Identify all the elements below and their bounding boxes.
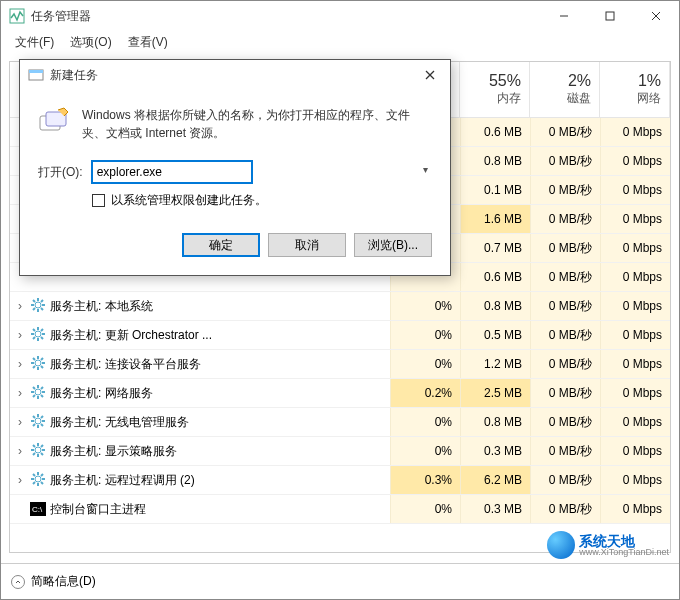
table-row[interactable]: ›服务主机: 连接设备平台服务0%1.2 MB0 MB/秒0 Mbps: [10, 350, 670, 379]
globe-icon: [547, 531, 575, 559]
net-cell: 0 Mbps: [600, 466, 670, 494]
window-title: 任务管理器: [31, 8, 541, 25]
svg-line-39: [41, 387, 43, 389]
menu-view[interactable]: 查看(V): [122, 32, 174, 53]
admin-checkbox[interactable]: [92, 194, 105, 207]
disk-cell: 0 MB/秒: [530, 118, 600, 146]
net-cell: 0 Mbps: [600, 118, 670, 146]
cancel-button[interactable]: 取消: [268, 233, 346, 257]
process-name-cell: ›服务主机: 网络服务: [10, 384, 390, 403]
menu-options[interactable]: 选项(O): [64, 32, 117, 53]
admin-checkbox-label: 以系统管理权限创建此任务。: [111, 192, 267, 209]
net-cell: 0 Mbps: [600, 350, 670, 378]
mem-cell: 0.3 MB: [460, 437, 530, 465]
ok-button[interactable]: 确定: [182, 233, 260, 257]
gear-icon: [30, 326, 46, 345]
svg-line-29: [41, 366, 43, 368]
open-label: 打开(O):: [38, 164, 83, 181]
svg-point-14: [35, 331, 41, 337]
gear-icon: [30, 442, 46, 461]
svg-point-50: [35, 447, 41, 453]
table-row[interactable]: ›服务主机: 显示策略服务0%0.3 MB0 MB/秒0 Mbps: [10, 437, 670, 466]
close-button[interactable]: [633, 1, 679, 31]
net-cell: 0 Mbps: [600, 379, 670, 407]
details-toggle-icon[interactable]: [11, 575, 25, 589]
gear-icon: [30, 384, 46, 403]
expand-icon[interactable]: ›: [14, 415, 26, 429]
svg-line-67: [33, 482, 35, 484]
disk-cell: 0 MB/秒: [530, 205, 600, 233]
disk-cell: 0 MB/秒: [530, 263, 600, 291]
process-name-cell: ›服务主机: 本地系统: [10, 297, 390, 316]
watermark-url: www.XiTongTianDi.net: [579, 548, 669, 557]
chevron-down-icon[interactable]: ▾: [423, 164, 428, 175]
net-cell: 0 Mbps: [600, 437, 670, 465]
svg-line-20: [41, 337, 43, 339]
cpu-cell: 0.3%: [390, 466, 460, 494]
disk-cell: 0 MB/秒: [530, 379, 600, 407]
svg-line-47: [41, 424, 43, 426]
cpu-cell: 0%: [390, 350, 460, 378]
process-name-cell: ›服务主机: 远程过程调用 (2): [10, 471, 390, 490]
expand-icon[interactable]: ›: [14, 444, 26, 458]
cpu-cell: 0%: [390, 495, 460, 523]
expand-icon[interactable]: ›: [14, 473, 26, 487]
expand-icon[interactable]: ›: [14, 328, 26, 342]
dialog-close-button[interactable]: [410, 60, 450, 90]
disk-cell: 0 MB/秒: [530, 408, 600, 436]
disk-cell: 0 MB/秒: [530, 466, 600, 494]
expand-icon[interactable]: ›: [14, 386, 26, 400]
col-disk[interactable]: 2% 磁盘: [530, 62, 600, 117]
net-cell: 0 Mbps: [600, 292, 670, 320]
menubar: 文件(F) 选项(O) 查看(V): [1, 31, 679, 53]
table-row[interactable]: ›服务主机: 远程过程调用 (2)0.3%6.2 MB0 MB/秒0 Mbps: [10, 466, 670, 495]
svg-line-13: [33, 308, 35, 310]
browse-button[interactable]: 浏览(B)...: [354, 233, 432, 257]
process-name: 服务主机: 远程过程调用 (2): [50, 472, 195, 489]
svg-line-31: [33, 366, 35, 368]
table-row[interactable]: ›服务主机: 网络服务0.2%2.5 MB0 MB/秒0 Mbps: [10, 379, 670, 408]
process-name: 服务主机: 显示策略服务: [50, 443, 177, 460]
svg-line-11: [41, 308, 43, 310]
table-row[interactable]: ›服务主机: 本地系统0%0.8 MB0 MB/秒0 Mbps: [10, 292, 670, 321]
cpu-cell: 0.2%: [390, 379, 460, 407]
mem-cell: 0.5 MB: [460, 321, 530, 349]
table-row[interactable]: ›服务主机: 无线电管理服务0%0.8 MB0 MB/秒0 Mbps: [10, 408, 670, 437]
watermark: 系统天地 www.XiTongTianDi.net: [547, 531, 669, 559]
open-input[interactable]: [91, 160, 253, 184]
details-toggle-label[interactable]: 简略信息(D): [31, 573, 96, 590]
svg-point-41: [35, 418, 41, 424]
disk-cell: 0 MB/秒: [530, 437, 600, 465]
window-titlebar: 任务管理器: [1, 1, 679, 31]
svg-line-48: [41, 416, 43, 418]
process-name: 服务主机: 更新 Orchestrator ...: [50, 327, 212, 344]
svg-line-21: [41, 329, 43, 331]
minimize-button[interactable]: [541, 1, 587, 31]
svg-line-22: [33, 337, 35, 339]
svg-line-40: [33, 395, 35, 397]
svg-line-28: [33, 358, 35, 360]
svg-line-49: [33, 424, 35, 426]
cmd-icon: C:\: [30, 502, 46, 516]
disk-cell: 0 MB/秒: [530, 147, 600, 175]
watermark-brand: 系统天地: [579, 534, 669, 548]
menu-file[interactable]: 文件(F): [9, 32, 60, 53]
svg-line-57: [41, 445, 43, 447]
expand-icon[interactable]: ›: [14, 357, 26, 371]
process-name-cell: ›服务主机: 无线电管理服务: [10, 413, 390, 432]
svg-line-66: [41, 474, 43, 476]
table-row[interactable]: C:\控制台窗口主进程0%0.3 MB0 MB/秒0 Mbps: [10, 495, 670, 524]
svg-line-58: [33, 453, 35, 455]
expand-icon[interactable]: ›: [14, 299, 26, 313]
col-memory[interactable]: 55% 内存: [460, 62, 530, 117]
table-row[interactable]: ›服务主机: 更新 Orchestrator ...0%0.5 MB0 MB/秒…: [10, 321, 670, 350]
mem-cell: 0.8 MB: [460, 292, 530, 320]
svg-point-59: [35, 476, 41, 482]
mem-cell: 1.2 MB: [460, 350, 530, 378]
maximize-button[interactable]: [587, 1, 633, 31]
mem-cell: 0.1 MB: [460, 176, 530, 204]
svg-line-12: [41, 300, 43, 302]
mem-cell: 2.5 MB: [460, 379, 530, 407]
mem-cell: 1.6 MB: [460, 205, 530, 233]
col-network[interactable]: 1% 网络: [600, 62, 670, 117]
